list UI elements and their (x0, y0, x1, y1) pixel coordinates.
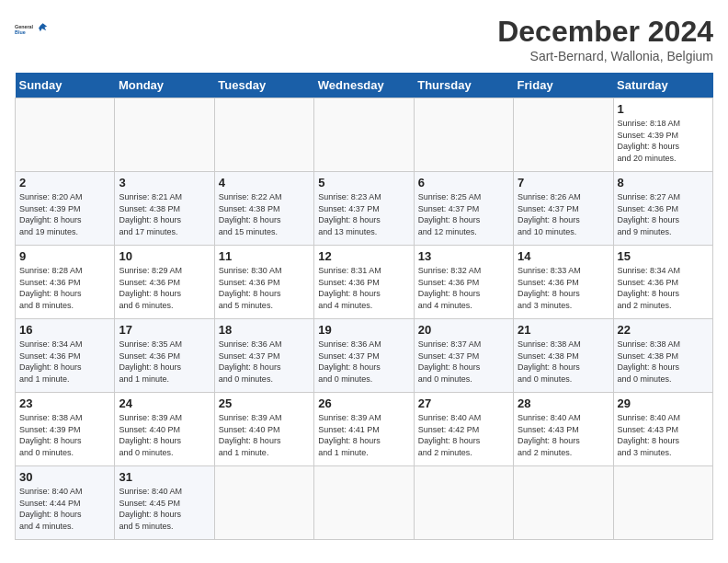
calendar-cell: 6Sunrise: 8:25 AM Sunset: 4:37 PM Daylig… (414, 172, 513, 246)
calendar-cell: 8Sunrise: 8:27 AM Sunset: 4:36 PM Daylig… (613, 172, 712, 246)
day-info: Sunrise: 8:40 AM Sunset: 4:44 PM Dayligh… (19, 486, 110, 532)
day-info: Sunrise: 8:40 AM Sunset: 4:43 PM Dayligh… (618, 412, 709, 458)
calendar-cell (115, 98, 214, 172)
day-number: 20 (418, 323, 509, 337)
calendar-cell: 14Sunrise: 8:33 AM Sunset: 4:36 PM Dayli… (514, 246, 613, 319)
logo: GeneralBlue (15, 15, 48, 42)
day-info: Sunrise: 8:40 AM Sunset: 4:42 PM Dayligh… (418, 412, 509, 458)
day-number: 18 (219, 323, 310, 337)
day-number: 4 (219, 176, 310, 190)
day-number: 10 (119, 249, 210, 263)
calendar-cell: 12Sunrise: 8:31 AM Sunset: 4:36 PM Dayli… (314, 246, 414, 319)
day-info: Sunrise: 8:40 AM Sunset: 4:45 PM Dayligh… (119, 486, 210, 532)
day-header-tuesday: Tuesday (214, 73, 313, 98)
calendar-cell: 24Sunrise: 8:39 AM Sunset: 4:40 PM Dayli… (115, 393, 214, 466)
day-info: Sunrise: 8:38 AM Sunset: 4:38 PM Dayligh… (618, 339, 709, 385)
day-info: Sunrise: 8:39 AM Sunset: 4:41 PM Dayligh… (318, 412, 409, 458)
day-info: Sunrise: 8:36 AM Sunset: 4:37 PM Dayligh… (318, 339, 409, 385)
calendar-cell: 7Sunrise: 8:26 AM Sunset: 4:37 PM Daylig… (514, 172, 613, 246)
day-header-thursday: Thursday (414, 73, 513, 98)
calendar-cell: 17Sunrise: 8:35 AM Sunset: 4:36 PM Dayli… (115, 319, 214, 393)
day-number: 29 (618, 396, 709, 410)
calendar-cell (613, 466, 712, 540)
calendar-cell: 27Sunrise: 8:40 AM Sunset: 4:42 PM Dayli… (414, 393, 513, 466)
calendar-cell: 26Sunrise: 8:39 AM Sunset: 4:41 PM Dayli… (314, 393, 414, 466)
svg-text:Blue: Blue (15, 29, 26, 35)
calendar-cell (414, 466, 513, 540)
calendar-cell: 5Sunrise: 8:23 AM Sunset: 4:37 PM Daylig… (314, 172, 414, 246)
day-info: Sunrise: 8:39 AM Sunset: 4:40 PM Dayligh… (119, 412, 210, 458)
calendar-cell: 20Sunrise: 8:37 AM Sunset: 4:37 PM Dayli… (414, 319, 513, 393)
day-number: 11 (219, 249, 310, 263)
day-number: 7 (518, 176, 609, 190)
day-number: 30 (19, 470, 110, 484)
day-number: 21 (518, 323, 609, 337)
day-header-wednesday: Wednesday (314, 73, 414, 98)
calendar-cell: 18Sunrise: 8:36 AM Sunset: 4:37 PM Dayli… (214, 319, 313, 393)
day-info: Sunrise: 8:23 AM Sunset: 4:37 PM Dayligh… (318, 191, 409, 237)
day-number: 23 (19, 396, 110, 410)
day-number: 27 (418, 396, 509, 410)
calendar-cell: 2Sunrise: 8:20 AM Sunset: 4:39 PM Daylig… (16, 172, 115, 246)
day-number: 19 (318, 323, 409, 337)
page-header: GeneralBlue December 2024 Sart-Bernard, … (15, 15, 713, 63)
day-info: Sunrise: 8:30 AM Sunset: 4:36 PM Dayligh… (219, 265, 310, 311)
calendar-cell: 4Sunrise: 8:22 AM Sunset: 4:38 PM Daylig… (214, 172, 313, 246)
day-number: 24 (119, 396, 210, 410)
calendar-cell (214, 466, 313, 540)
title-area: December 2024 Sart-Bernard, Wallonia, Be… (497, 15, 713, 63)
day-info: Sunrise: 8:33 AM Sunset: 4:36 PM Dayligh… (518, 265, 609, 311)
day-header-sunday: Sunday (16, 73, 115, 98)
calendar-cell: 3Sunrise: 8:21 AM Sunset: 4:38 PM Daylig… (115, 172, 214, 246)
calendar-cell: 22Sunrise: 8:38 AM Sunset: 4:38 PM Dayli… (613, 319, 712, 393)
calendar-cell: 23Sunrise: 8:38 AM Sunset: 4:39 PM Dayli… (16, 393, 115, 466)
day-number: 12 (318, 249, 409, 263)
day-header-monday: Monday (115, 73, 214, 98)
day-info: Sunrise: 8:27 AM Sunset: 4:36 PM Dayligh… (618, 191, 709, 237)
calendar-cell: 9Sunrise: 8:28 AM Sunset: 4:36 PM Daylig… (16, 246, 115, 319)
day-info: Sunrise: 8:34 AM Sunset: 4:36 PM Dayligh… (19, 339, 110, 385)
calendar-week-row: 1Sunrise: 8:18 AM Sunset: 4:39 PM Daylig… (16, 98, 713, 172)
day-number: 13 (418, 249, 509, 263)
day-info: Sunrise: 8:32 AM Sunset: 4:36 PM Dayligh… (418, 265, 509, 311)
day-info: Sunrise: 8:18 AM Sunset: 4:39 PM Dayligh… (618, 118, 709, 164)
day-info: Sunrise: 8:38 AM Sunset: 4:39 PM Dayligh… (19, 412, 110, 458)
calendar-cell (514, 466, 613, 540)
calendar-cell: 21Sunrise: 8:38 AM Sunset: 4:38 PM Dayli… (514, 319, 613, 393)
day-number: 3 (119, 176, 210, 190)
calendar-cell: 28Sunrise: 8:40 AM Sunset: 4:43 PM Dayli… (514, 393, 613, 466)
day-number: 26 (318, 396, 409, 410)
day-info: Sunrise: 8:38 AM Sunset: 4:38 PM Dayligh… (518, 339, 609, 385)
calendar-week-row: 23Sunrise: 8:38 AM Sunset: 4:39 PM Dayli… (16, 393, 713, 466)
calendar-cell: 11Sunrise: 8:30 AM Sunset: 4:36 PM Dayli… (214, 246, 313, 319)
svg-text:General: General (15, 24, 34, 29)
calendar-cell (414, 98, 513, 172)
calendar-cell: 25Sunrise: 8:39 AM Sunset: 4:40 PM Dayli… (214, 393, 313, 466)
day-info: Sunrise: 8:35 AM Sunset: 4:36 PM Dayligh… (119, 339, 210, 385)
calendar-cell: 31Sunrise: 8:40 AM Sunset: 4:45 PM Dayli… (115, 466, 214, 540)
calendar-week-row: 30Sunrise: 8:40 AM Sunset: 4:44 PM Dayli… (16, 466, 713, 540)
day-info: Sunrise: 8:20 AM Sunset: 4:39 PM Dayligh… (19, 191, 110, 237)
calendar-week-row: 2Sunrise: 8:20 AM Sunset: 4:39 PM Daylig… (16, 172, 713, 246)
calendar-table: SundayMondayTuesdayWednesdayThursdayFrid… (15, 73, 713, 540)
calendar-week-row: 16Sunrise: 8:34 AM Sunset: 4:36 PM Dayli… (16, 319, 713, 393)
day-number: 2 (19, 176, 110, 190)
day-info: Sunrise: 8:40 AM Sunset: 4:43 PM Dayligh… (518, 412, 609, 458)
day-number: 8 (618, 176, 709, 190)
day-header-friday: Friday (514, 73, 613, 98)
day-number: 25 (219, 396, 310, 410)
day-number: 17 (119, 323, 210, 337)
calendar-cell: 10Sunrise: 8:29 AM Sunset: 4:36 PM Dayli… (115, 246, 214, 319)
day-info: Sunrise: 8:25 AM Sunset: 4:37 PM Dayligh… (418, 191, 509, 237)
calendar-header-row: SundayMondayTuesdayWednesdayThursdayFrid… (16, 73, 713, 98)
calendar-cell: 16Sunrise: 8:34 AM Sunset: 4:36 PM Dayli… (16, 319, 115, 393)
calendar-cell (214, 98, 313, 172)
day-number: 22 (618, 323, 709, 337)
day-info: Sunrise: 8:37 AM Sunset: 4:37 PM Dayligh… (418, 339, 509, 385)
calendar-week-row: 9Sunrise: 8:28 AM Sunset: 4:36 PM Daylig… (16, 246, 713, 319)
day-number: 16 (19, 323, 110, 337)
day-number: 15 (618, 249, 709, 263)
calendar-cell: 29Sunrise: 8:40 AM Sunset: 4:43 PM Dayli… (613, 393, 712, 466)
calendar-cell: 19Sunrise: 8:36 AM Sunset: 4:37 PM Dayli… (314, 319, 414, 393)
day-number: 31 (119, 470, 210, 484)
